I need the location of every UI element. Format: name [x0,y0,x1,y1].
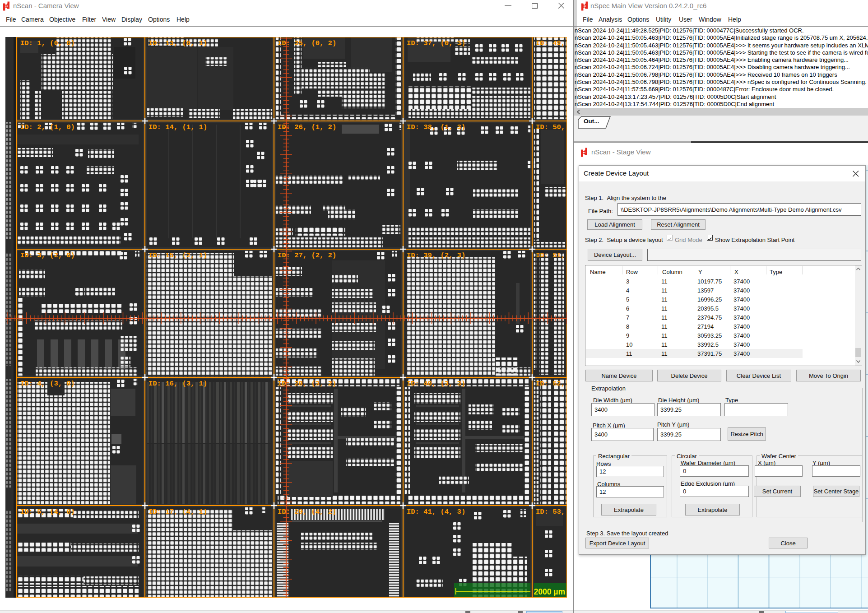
svg-text:ID: 38, (1, 3): ID: 38, (1, 3) [407,123,465,131]
svg-text:ID: 2, (1, 0): ID: 2, (1, 0) [20,123,75,131]
svg-text:ID: 1, (0, 0): ID: 1, (0, 0) [20,39,75,47]
svg-text:ID: 4, (3, 0): ID: 4, (3, 0) [20,380,75,388]
svg-text:ID: 16, (3, 1): ID: 16, (3, 1) [149,380,207,388]
svg-text:ID: 52, (3, 4): ID: 52, (3, 4) [536,380,567,388]
svg-text:ID: 14, (1, 1): ID: 14, (1, 1) [149,123,207,131]
svg-text:ID: 50, (1, 4): ID: 50, (1, 4) [536,123,567,131]
svg-text:ID: 41, (4, 3): ID: 41, (4, 3) [407,508,465,516]
svg-text:ID: 49, (0, 4): ID: 49, (0, 4) [536,39,567,47]
svg-text:ID: 51, (2, 4): ID: 51, (2, 4) [536,251,567,260]
svg-text:ID: 40, (3, 3): ID: 40, (3, 3) [407,380,465,388]
svg-text:2000 µm: 2000 µm [534,587,565,596]
svg-text:ID: 39, (2, 3): ID: 39, (2, 3) [407,251,465,260]
svg-text:ID: 17, (4, 1): ID: 17, (4, 1) [149,508,207,516]
svg-text:ID: 15, (2, 1): ID: 15, (2, 1) [149,251,207,260]
svg-text:ID: 13, (0, 1): ID: 13, (0, 1) [149,39,207,47]
svg-text:ID: 29, (4, 2): ID: 29, (4, 2) [278,508,336,516]
svg-text:ID: 3, (2, 0): ID: 3, (2, 0) [20,251,75,260]
svg-text:ID: 25, (0, 2): ID: 25, (0, 2) [278,39,336,47]
svg-text:ID: 27, (2, 2): ID: 27, (2, 2) [278,251,336,260]
svg-text:ID: 37, (0, 3): ID: 37, (0, 3) [407,39,465,47]
svg-text:ID: 28, (3, 2): ID: 28, (3, 2) [278,380,336,388]
svg-text:ID: 26, (1, 2): ID: 26, (1, 2) [278,123,336,131]
svg-text:ID: 53, (4, 4): ID: 53, (4, 4) [536,508,567,516]
svg-text:ID: 5, (4, 0): ID: 5, (4, 0) [20,508,75,516]
